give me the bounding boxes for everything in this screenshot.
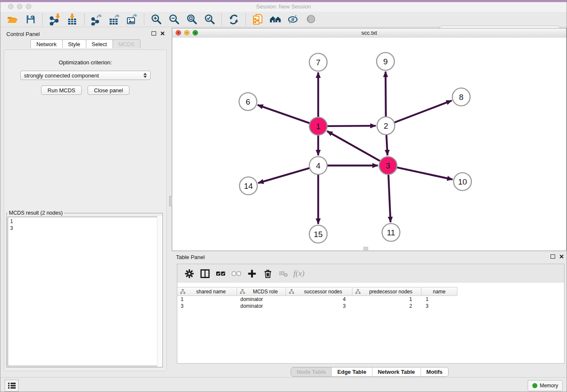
tab-style[interactable]: Style <box>62 39 86 48</box>
cell-predecessor-nodes[interactable]: 1 <box>352 296 421 303</box>
network-maximize-icon[interactable]: + <box>193 30 198 36</box>
export-table-button[interactable] <box>105 13 123 26</box>
mcds-result-text[interactable]: 1 3 <box>8 217 162 366</box>
graph-node-15[interactable]: 15 <box>309 225 327 243</box>
run-mcds-button[interactable]: Run MCDS <box>41 86 82 95</box>
application-window: Session: New Session <box>0 0 567 392</box>
float-panel-icon[interactable] <box>151 31 156 36</box>
zoom-fit-button[interactable] <box>183 13 201 26</box>
close-panel-button[interactable]: Close panel <box>88 86 129 95</box>
close-table-panel-icon[interactable]: ✕ <box>559 254 564 259</box>
graph-node-7[interactable]: 7 <box>309 53 327 71</box>
toolbar-separator <box>144 14 144 25</box>
column-header-predecessor-nodes[interactable]: predecessor nodes <box>352 287 421 295</box>
cell-shared-name[interactable]: 1 <box>177 296 237 303</box>
graph-node-9[interactable]: 9 <box>377 52 394 70</box>
edge-2-3[interactable] <box>386 135 388 155</box>
table-row[interactable]: 1 dominator 4 1 1 <box>177 296 457 303</box>
export-image-button[interactable] <box>123 13 141 26</box>
import-table-button[interactable] <box>63 13 81 26</box>
float-table-panel-icon[interactable] <box>550 254 555 259</box>
deselect-all-button[interactable] <box>228 266 244 281</box>
edge-2-9[interactable] <box>385 72 386 117</box>
graph-node-6[interactable]: 6 <box>239 93 257 110</box>
column-header-mcds-role[interactable]: MCDS role <box>237 287 286 295</box>
edge-3-10[interactable] <box>397 167 453 179</box>
show-all-button[interactable] <box>302 13 320 26</box>
tab-select[interactable]: Select <box>86 39 113 48</box>
show-columns-button[interactable] <box>197 266 213 281</box>
svg-text:9: 9 <box>383 57 388 66</box>
add-row-button[interactable] <box>244 266 260 281</box>
select-all-button[interactable] <box>213 266 228 281</box>
cell-name[interactable]: 1 <box>421 296 457 303</box>
graph-node-2[interactable]: 2 <box>377 117 395 135</box>
graph-node-10[interactable]: 10 <box>454 173 471 190</box>
mcds-result-box: MCDS result (2 nodes) 1 3 <box>6 210 163 367</box>
column-header-successor-nodes[interactable]: successor nodes <box>286 287 352 295</box>
graph-node-1[interactable]: 1 <box>309 117 327 135</box>
column-header-name[interactable]: name <box>421 287 457 295</box>
optimization-criterion-select[interactable]: strongly connected component <box>20 71 151 80</box>
tab-mcds[interactable]: MCDS <box>113 39 140 48</box>
tab-motifs[interactable]: Motifs <box>421 367 448 376</box>
cell-mcds-role[interactable]: dominator <box>237 303 286 309</box>
graph-node-14[interactable]: 14 <box>239 177 257 195</box>
toolbar-separator <box>245 14 246 25</box>
hide-selected-button[interactable] <box>284 13 302 26</box>
network-graph[interactable]: 7968124314101511 <box>172 38 566 251</box>
open-session-button[interactable] <box>4 13 22 26</box>
edge-1-6[interactable] <box>258 105 310 123</box>
graph-node-3[interactable]: 3 <box>379 157 397 174</box>
cell-successor-nodes[interactable]: 3 <box>286 303 352 309</box>
network-window-titlebar[interactable]: × − + scc.txt <box>172 28 566 38</box>
split-pane-grip[interactable] <box>169 196 172 206</box>
edge-3-11[interactable] <box>388 174 391 222</box>
export-table-icon <box>108 14 120 25</box>
edge-4-14[interactable] <box>258 168 310 183</box>
tab-network-table[interactable]: Network Table <box>372 367 421 376</box>
table-settings-button[interactable] <box>182 266 197 281</box>
edge-1-2[interactable] <box>327 126 376 126</box>
svg-text:14: 14 <box>244 182 253 190</box>
tab-edge-table[interactable]: Edge Table <box>331 367 372 376</box>
delete-table-button <box>275 266 291 281</box>
tab-network[interactable]: Network <box>30 39 63 48</box>
toolbar-separator <box>42 14 43 25</box>
result-scrollbar[interactable] <box>157 216 162 367</box>
import-network-button[interactable] <box>46 13 63 26</box>
first-neighbors-button[interactable] <box>267 13 284 26</box>
delete-row-button[interactable] <box>260 266 275 281</box>
node-table-container: f(x) shared name MCDS role successor n <box>177 264 564 364</box>
graph-node-11[interactable]: 11 <box>382 224 400 241</box>
close-panel-icon[interactable]: ✕ <box>160 31 165 36</box>
table-row[interactable]: 3 dominator 3 2 3 <box>177 303 457 309</box>
toolbar-separator <box>84 14 85 25</box>
cell-name[interactable]: 3 <box>421 303 457 309</box>
zoom-selected-button[interactable] <box>201 13 218 26</box>
edge-2-8[interactable] <box>394 101 452 123</box>
graph-node-4[interactable]: 4 <box>309 157 327 174</box>
memory-button[interactable]: Memory <box>528 380 563 391</box>
cell-mcds-role[interactable]: dominator <box>237 296 286 303</box>
table-header-row: shared name MCDS role successor nodes pr… <box>177 287 457 296</box>
new-network-from-selection-button[interactable] <box>249 13 267 26</box>
cell-predecessor-nodes[interactable]: 2 <box>352 303 421 309</box>
canvas-resize-grip[interactable] <box>363 247 368 250</box>
edge-3-1[interactable] <box>327 131 380 161</box>
graph-node-8[interactable]: 8 <box>452 88 470 106</box>
cell-shared-name[interactable]: 3 <box>177 303 237 309</box>
zoom-in-button[interactable] <box>147 13 165 26</box>
network-close-icon[interactable]: × <box>176 30 181 36</box>
column-header-shared-name[interactable]: shared name <box>177 287 237 295</box>
attribute-icon <box>180 289 185 294</box>
network-canvas[interactable]: 7968124314101511 <box>172 38 566 251</box>
tab-node-table[interactable]: Node Table <box>291 367 331 376</box>
refresh-view-button[interactable] <box>225 13 242 26</box>
task-history-button[interactable] <box>5 380 19 392</box>
save-session-button[interactable] <box>22 13 39 26</box>
zoom-out-button[interactable] <box>165 13 183 26</box>
export-network-button[interactable] <box>88 13 105 26</box>
network-minimize-icon[interactable]: − <box>184 30 190 36</box>
cell-successor-nodes[interactable]: 4 <box>286 296 352 303</box>
